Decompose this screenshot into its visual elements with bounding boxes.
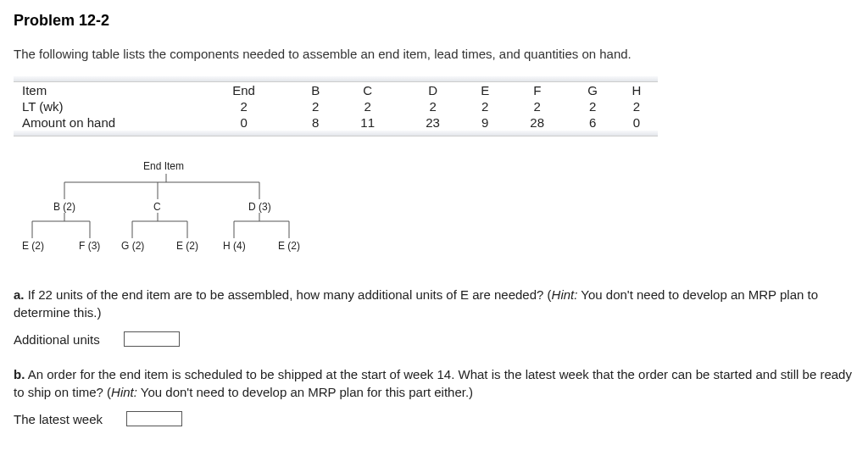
tree-node-e2: E (2) [176,240,198,252]
components-table-wrap: Item End B C D E F G H LT (wk) 2 2 2 2 2… [14,76,854,136]
tree-node-c: C [153,201,161,213]
intro-text: The following table lists the components… [14,47,854,61]
components-table: Item End B C D E F G H LT (wk) 2 2 2 2 2… [14,82,658,131]
tree-node-h: H (4) [223,240,246,252]
answer-b-label: The latest week [14,412,103,426]
answer-a-label: Additional units [14,332,100,347]
question-a-label: a. [14,287,25,302]
tree-node-e1: E (2) [22,240,44,252]
question-a: a. If 22 units of the end item are to be… [14,286,854,321]
table-row: Amount on hand 0 8 11 23 9 28 6 0 [14,114,658,131]
hint-label: Hint: [111,385,137,399]
answer-b-input[interactable] [126,411,182,426]
answer-a-input[interactable] [124,331,180,347]
question-b-hint: You don't need to develop an MRP plan fo… [137,385,473,399]
table-bottom-bar [14,131,658,136]
table-top-bar [14,76,658,82]
table-row: LT (wk) 2 2 2 2 2 2 2 2 [14,98,658,114]
tree-connectors [22,159,327,269]
tree-node-d: D (3) [248,201,271,213]
table-row: Item End B C D E F G H [14,82,658,98]
tree-node-f: F (3) [79,240,100,252]
row-label: Amount on hand [14,114,192,131]
question-b-label: b. [14,367,25,381]
problem-title: Problem 12-2 [14,12,854,30]
question-b: b. An order for the end item is schedule… [14,365,854,401]
question-a-text: If 22 units of the end item are to be as… [25,287,552,302]
hint-label: Hint: [552,287,578,302]
tree-node-end: End Item [143,160,184,172]
row-label: Item [14,82,192,98]
row-label: LT (wk) [14,98,192,114]
product-structure-tree: End Item B (2) C D (3) E (2) F (3) G (2)… [22,159,327,269]
tree-node-b: B (2) [53,201,75,213]
tree-node-g: G (2) [121,240,144,252]
tree-node-e3: E (2) [278,240,300,252]
